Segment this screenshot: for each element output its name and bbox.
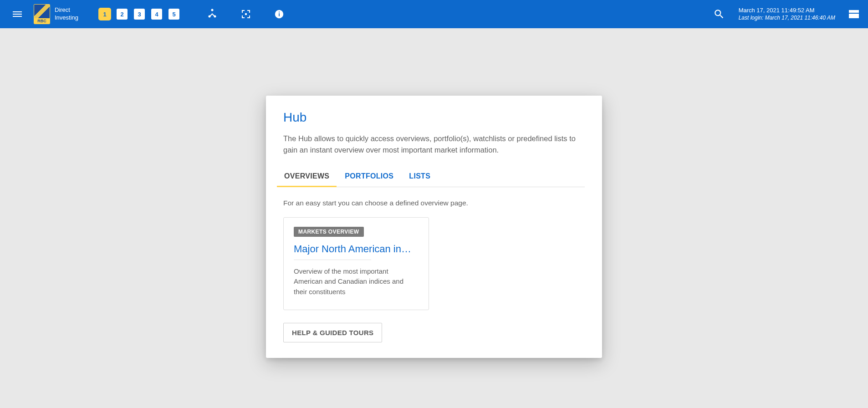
svg-rect-6: [279, 12, 280, 13]
merge-icon[interactable]: [207, 9, 218, 20]
card-badge: MARKETS OVERVIEW: [294, 227, 364, 237]
hub-description: The Hub allows to quickly access overvie…: [283, 133, 585, 156]
brand-line1: Direct: [55, 6, 78, 14]
fullscreen-icon[interactable]: [240, 9, 251, 20]
help-guided-tours-button[interactable]: HELP & GUIDED TOURS: [283, 323, 382, 342]
toolbar-icons: [207, 9, 284, 20]
rbc-logo-icon: RBC: [34, 4, 50, 24]
timestamp-block: March 17, 2021 11:49:52 AM Last login: M…: [739, 7, 835, 21]
tab-intro-text: For an easy start you can choose a defin…: [283, 199, 585, 207]
info-icon[interactable]: [274, 9, 284, 19]
svg-rect-3: [245, 13, 247, 15]
header-right: March 17, 2021 11:49:52 AM Last login: M…: [713, 7, 859, 21]
brand-name-label: Direct Investing: [55, 6, 78, 22]
svg-point-2: [214, 15, 216, 18]
workspace-number-buttons: 1 2 3 4 5: [99, 9, 179, 20]
overview-card-markets[interactable]: MARKETS OVERVIEW Major North American in…: [283, 217, 429, 311]
svg-rect-5: [279, 13, 280, 16]
workspace-button-4[interactable]: 4: [151, 9, 162, 20]
workspace-button-2[interactable]: 2: [117, 9, 128, 20]
workspace-button-1[interactable]: 1: [99, 9, 110, 20]
account-menu-icon[interactable]: [849, 10, 859, 18]
brand-logo-area[interactable]: RBC Direct Investing: [34, 4, 78, 24]
hub-title: Hub: [283, 110, 585, 125]
last-login-label: Last login: March 17, 2021 11:46:40 AM: [739, 15, 835, 22]
brand-line2: Investing: [55, 14, 78, 22]
card-title: Major North American in…: [294, 243, 419, 255]
hamburger-menu-icon[interactable]: [9, 8, 26, 20]
hub-card: Hub The Hub allows to quickly access ove…: [266, 96, 602, 358]
logo-sub-label: RBC: [34, 18, 50, 24]
top-bar: RBC Direct Investing 1 2 3 4 5: [0, 0, 868, 28]
hub-tabs: OVERVIEWS PORTFOLIOS LISTS: [283, 168, 585, 187]
workspace-button-5[interactable]: 5: [168, 9, 179, 20]
svg-point-1: [209, 15, 211, 18]
workspace-button-3[interactable]: 3: [134, 9, 145, 20]
card-divider: [294, 260, 371, 260]
tab-lists[interactable]: LISTS: [408, 168, 431, 187]
current-time-label: March 17, 2021 11:49:52 AM: [739, 7, 835, 15]
card-description: Overview of the most important American …: [294, 266, 419, 297]
svg-point-0: [211, 9, 214, 11]
tab-portfolios[interactable]: PORTFOLIOS: [344, 168, 394, 187]
tab-overviews[interactable]: OVERVIEWS: [283, 168, 330, 187]
search-icon[interactable]: [713, 8, 725, 20]
